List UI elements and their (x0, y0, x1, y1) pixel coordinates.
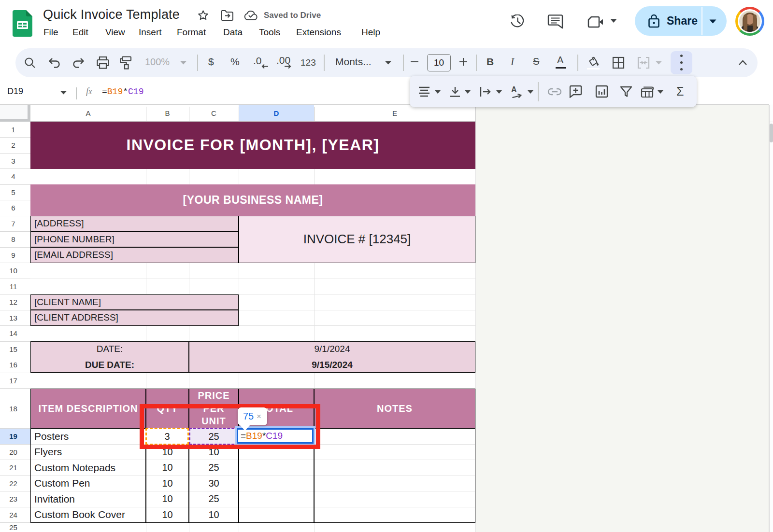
svg-text:A: A (511, 85, 517, 94)
